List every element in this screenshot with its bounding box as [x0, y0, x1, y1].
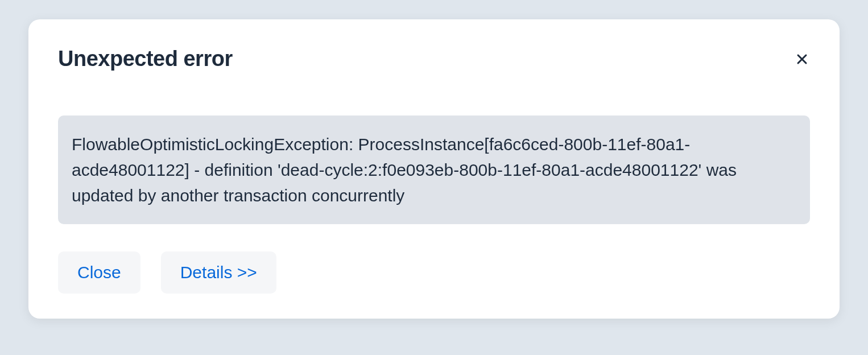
modal-title: Unexpected error	[58, 47, 233, 71]
error-modal: Unexpected error FlowableOptimisticLocki…	[28, 19, 840, 319]
modal-header: Unexpected error	[58, 47, 810, 71]
error-message-box: FlowableOptimisticLockingException: Proc…	[58, 115, 810, 224]
close-icon[interactable]	[794, 51, 810, 67]
button-row: Close Details >>	[58, 251, 810, 294]
close-button[interactable]: Close	[58, 251, 140, 294]
details-button[interactable]: Details >>	[161, 251, 276, 294]
error-message-text: FlowableOptimisticLockingException: Proc…	[72, 131, 796, 208]
